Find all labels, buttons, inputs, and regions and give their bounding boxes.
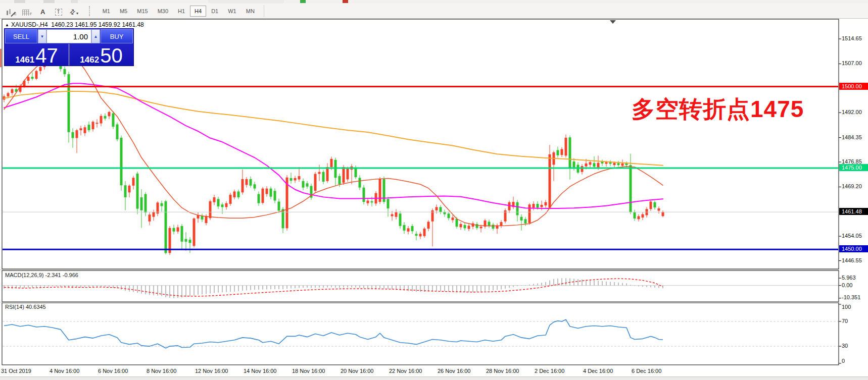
time-axis-label: 12 Nov 16:00 (195, 368, 228, 374)
buy-button[interactable]: BUY (101, 29, 133, 43)
price-axis-tick: 1492.00 (842, 109, 862, 115)
rsi-axis-tick: 30 (842, 343, 848, 349)
macd-axis-tick: 0.00 (842, 282, 852, 288)
indicators-icon[interactable]: E (4, 5, 19, 17)
ask-price-big: 50 (100, 47, 123, 64)
lot-size-input[interactable] (46, 29, 91, 43)
price-level-tag: 1461.48 (839, 208, 868, 215)
edge-artifact (1, 49, 2, 67)
time-axis-label: 2 Dec 16:00 (535, 368, 564, 374)
timeframe-m1-button[interactable]: M1 (98, 6, 115, 17)
time-axis-label: 4 Nov 16:00 (50, 368, 79, 374)
rsi-axis-tick: 100 (842, 304, 851, 310)
remnant-icon (43, 0, 55, 3)
lot-decrease-button[interactable]: ▼ (38, 29, 46, 43)
price-axis-tick: 1469.20 (842, 183, 862, 189)
price-axis-tick: 1446.55 (842, 257, 862, 263)
ask-price-small: 1462 (80, 56, 99, 64)
symbol-period: XAUUSD-,H4 (11, 21, 48, 28)
collapse-arrow-icon[interactable]: ▲ (5, 23, 9, 27)
bid-price-button[interactable]: 1461 47 (5, 44, 69, 66)
text-box-icon[interactable]: T (52, 5, 66, 17)
mt4-application-window: EFAT⇄▾ M1M5M15M30H1H4D1W1MN ▲XAUUSD-,H4 … (0, 0, 868, 380)
price-axis-tick: 1514.65 (842, 35, 862, 41)
lot-increase-button[interactable]: ▲ (91, 29, 100, 43)
toolbar-grip[interactable] (89, 6, 93, 16)
timeframe-w1-button[interactable]: W1 (223, 6, 241, 17)
time-axis-label: 22 Nov 16:00 (389, 368, 422, 374)
ohlc-values: 1460.23 1461.95 1459.92 1461.48 (51, 21, 144, 28)
toolbar: EFAT⇄▾ M1M5M15M30H1H4D1W1MN (0, 4, 868, 19)
price-level-tag: 1450.00 (839, 245, 868, 252)
macd-axis-tick: 5.963 (842, 275, 856, 281)
rsi-axis-tick: 0 (842, 358, 845, 364)
remnant-icon (208, 0, 284, 3)
bid-price-small: 1461 (15, 56, 34, 64)
rsi-label: RSI(14) 40.6345 (5, 304, 46, 310)
macd-label: MACD(12,26,9) -2.341 -0.966 (5, 272, 78, 278)
chart-title: ▲XAUUSD-,H4 1460.23 1461.95 1459.92 1461… (5, 21, 144, 28)
time-axis-label: 14 Nov 16:00 (244, 368, 276, 374)
price-axis-tick: 1454.05 (842, 233, 862, 239)
timeframe-h1-button[interactable]: H1 (173, 6, 189, 17)
time-axis-label: 6 Dec 16:00 (632, 368, 661, 374)
crosshair-arrows-icon[interactable]: ⇄▾ (67, 5, 81, 17)
one-click-trade-panel: SELL ▼ ▲ BUY 1461 47 1462 50 (4, 28, 134, 66)
price-axis-tick: 1507.00 (842, 60, 862, 66)
grid-icon[interactable]: F (20, 5, 34, 17)
chart-pane (2, 303, 839, 365)
time-axis-label: 31 Oct 2019 (1, 368, 31, 374)
price-level-tag: 1475.00 (839, 164, 868, 171)
macd-axis-tick: -10.351 (842, 294, 860, 300)
time-axis-label: 28 Nov 16:00 (486, 368, 519, 374)
chart-text-annotation: 多空转折点1475 (632, 94, 804, 125)
bid-price-big: 47 (35, 47, 58, 64)
timeframe-m15-button[interactable]: M15 (132, 6, 152, 17)
font-icon[interactable]: A (36, 5, 50, 17)
timeframe-m30-button[interactable]: M30 (153, 6, 173, 17)
time-axis-label: 26 Nov 16:00 (438, 368, 470, 374)
time-axis-label: 8 Nov 16:00 (147, 368, 176, 374)
timeframe-m5-button[interactable]: M5 (115, 6, 132, 17)
window-bottom-edge (0, 376, 868, 380)
time-axis-label: 6 Nov 16:00 (98, 368, 128, 374)
time-axis-label: 4 Dec 16:00 (583, 368, 613, 374)
remnant-icon-red (343, 0, 348, 3)
time-axis-label: 20 Nov 16:00 (341, 368, 373, 374)
ask-price-button[interactable]: 1462 50 (69, 44, 133, 66)
remnant-icon (14, 0, 25, 3)
remnant-icon (71, 0, 78, 3)
timeframe-mn-button[interactable]: MN (242, 6, 259, 17)
price-level-tag: 1500.00 (839, 83, 868, 90)
top-toolbar-remnant (0, 0, 868, 4)
price-axis-tick: 1484.35 (842, 134, 862, 140)
timeframe-h4-button[interactable]: H4 (190, 6, 206, 17)
timeframe-d1-button[interactable]: D1 (207, 6, 223, 17)
sell-button[interactable]: SELL (5, 29, 37, 43)
time-axis-label: 18 Nov 16:00 (292, 368, 325, 374)
remnant-icon-green (300, 0, 306, 3)
rsi-axis-tick: 70 (842, 318, 848, 324)
toolbar-separator (264, 5, 264, 17)
